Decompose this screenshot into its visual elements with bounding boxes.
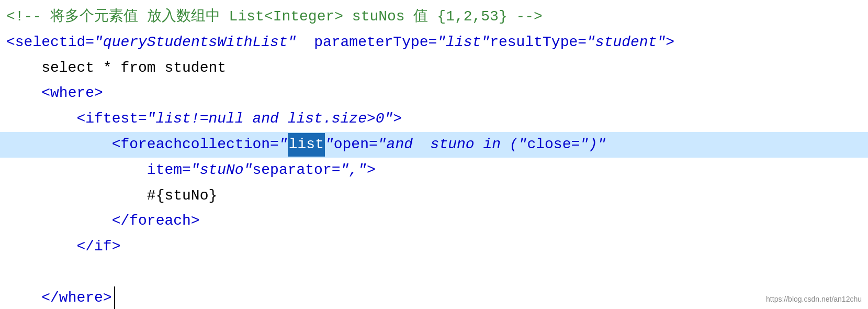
- comment-text: <!-- 将多个元素值 放入数组中 List<Integer> stuNos 值…: [6, 5, 543, 29]
- code-line-9: </foreach>: [0, 208, 868, 234]
- attr-test-value: "list!=null and list.size>0": [147, 107, 393, 131]
- highlighted-list-word: list: [288, 133, 325, 157]
- code-line-1: <!-- 将多个元素值 放入数组中 List<Integer> stuNos 值…: [0, 4, 868, 30]
- tag-foreach-open: <foreach: [112, 133, 182, 157]
- attr-resulttype-value: "student": [587, 31, 666, 54]
- attr-paramtype-value: "list": [437, 31, 490, 54]
- code-editor: <!-- 将多个元素值 放入数组中 List<Integer> stuNos 值…: [0, 0, 868, 309]
- code-line-7: item="stuNo" separator=",">: [0, 158, 868, 183]
- space1: [297, 31, 314, 54]
- attr-id-name: id=: [68, 31, 94, 54]
- attr-sep-name: separator=: [252, 159, 340, 182]
- indent-where-close: [6, 286, 41, 309]
- attr-close-name: close=: [527, 133, 580, 157]
- attr-open-name: open=: [334, 133, 378, 157]
- attr-close-value: ")": [580, 133, 606, 157]
- tag-if-open: <if: [76, 107, 103, 131]
- tag-if-gt: >: [393, 107, 402, 131]
- indent-foreach-close: [6, 209, 112, 233]
- attr-collection-name: collection=: [182, 133, 279, 157]
- empty-line: [6, 261, 15, 284]
- indent-where: [6, 82, 41, 105]
- code-line-4: <where>: [0, 81, 868, 106]
- attr-open-value: ": [378, 133, 387, 157]
- code-line-5: <if test="list!=null and list.size>0">: [0, 106, 868, 132]
- indent-foreach: [6, 133, 112, 157]
- attr-item-name: item=: [147, 159, 191, 182]
- tag-foreach-close: </foreach>: [112, 209, 200, 233]
- tag-where-open: <where>: [41, 82, 103, 105]
- url-bar: https://blog.csdn.net/an12chu: [766, 293, 862, 305]
- code-line-10: </if>: [0, 234, 868, 260]
- indent-if: [6, 107, 76, 131]
- code-line-3: select * from student: [0, 56, 868, 81]
- indent-if-close: [6, 235, 76, 259]
- attr-id-value: "queryStudentsWithList": [94, 31, 296, 54]
- attr-collection-value-post: ": [325, 133, 334, 157]
- tag-select-open: <select: [6, 31, 68, 54]
- tag-foreach-close-gt: >: [367, 159, 376, 182]
- sql-select: select * from student: [6, 57, 226, 80]
- attr-test-name: test=: [103, 107, 147, 131]
- attr-resulttype-name: resultType=: [490, 31, 587, 54]
- attr-sep-value: ",": [341, 159, 367, 182]
- code-line-11: [0, 260, 868, 285]
- indent-item: [6, 159, 147, 182]
- tag-where-close: </where>: [41, 286, 111, 309]
- tag-select-gt: >: [666, 31, 674, 54]
- code-line-8: #{stuNo}: [0, 183, 868, 209]
- code-line-12: </where>: [0, 285, 868, 309]
- open-value-text: and stuno in (": [387, 133, 527, 157]
- attr-item-value: "stuNo": [191, 159, 253, 182]
- code-line-6: <foreach collection="list" open=" and st…: [0, 132, 868, 158]
- text-cursor: [114, 286, 124, 309]
- tag-if-close: </if>: [76, 235, 120, 259]
- code-line-2: <select id="queryStudentsWithList" param…: [0, 30, 868, 56]
- attr-collection-value-pre: ": [279, 133, 288, 157]
- stuno-param: #{stuNo}: [6, 184, 217, 208]
- attr-paramtype-name: parameterType=: [314, 31, 437, 54]
